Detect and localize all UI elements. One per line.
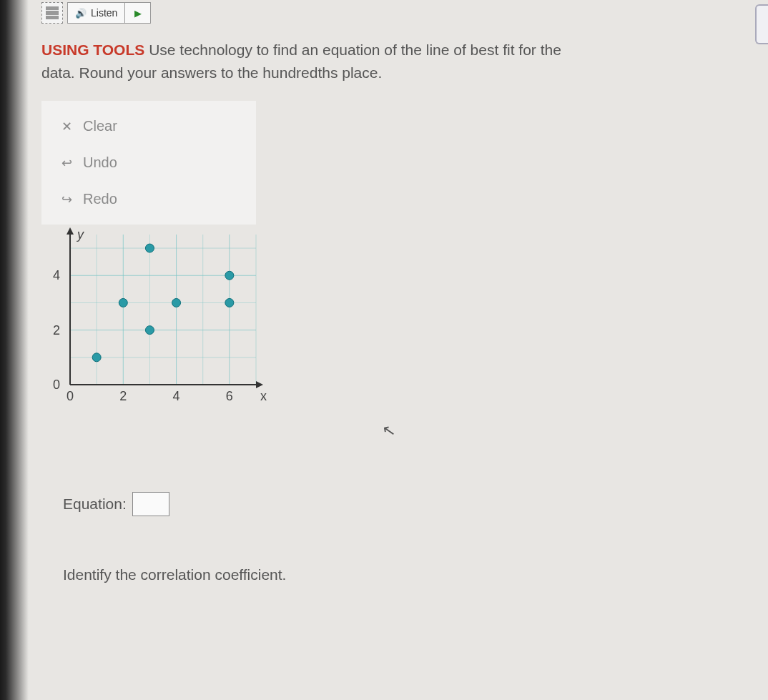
clear-icon: ✕ — [57, 119, 76, 134]
scatter-chart[interactable]: 0246024xy — [41, 227, 270, 413]
prompt-line-1: Use technology to find an equation of th… — [144, 41, 561, 58]
svg-marker-17 — [67, 227, 74, 235]
undo-icon: ↩ — [57, 155, 76, 171]
clear-button[interactable]: ✕ Clear — [53, 108, 245, 144]
svg-text:0: 0 — [53, 378, 60, 392]
svg-point-29 — [145, 326, 154, 335]
equation-row: Equation: — [63, 492, 768, 516]
svg-text:6: 6 — [226, 389, 233, 403]
redo-label: Redo — [83, 191, 117, 207]
prompt-line-2: data. Round your answers to the hundredt… — [41, 64, 382, 81]
equation-input[interactable] — [132, 492, 169, 516]
speaker-icon: 🔊 — [75, 8, 87, 19]
clear-label: Clear — [83, 118, 117, 134]
menu-icon[interactable] — [41, 2, 63, 24]
svg-point-30 — [145, 244, 154, 252]
redo-icon: ↪ — [57, 192, 76, 207]
svg-point-27 — [92, 353, 101, 362]
top-toolbar: 🔊 Listen ▶ — [41, 0, 768, 26]
listen-label: Listen — [91, 7, 117, 19]
left-shadow — [0, 0, 29, 700]
svg-text:4: 4 — [173, 389, 180, 403]
undo-label: Undo — [83, 154, 117, 171]
svg-text:2: 2 — [53, 323, 60, 337]
svg-text:x: x — [260, 389, 267, 403]
equation-label: Equation: — [63, 496, 127, 513]
svg-text:4: 4 — [53, 268, 60, 282]
svg-marker-16 — [256, 381, 263, 388]
play-icon: ▶ — [134, 8, 142, 19]
graph-button-panel: ✕ Clear ↩ Undo ↪ Redo — [41, 101, 256, 225]
undo-button[interactable]: ↩ Undo — [53, 144, 245, 181]
question-prompt: USING TOOLS Use technology to find an eq… — [41, 39, 642, 84]
graph-area: ✕ Clear ↩ Undo ↪ Redo 0246024xy — [41, 101, 270, 413]
listen-button[interactable]: 🔊 Listen — [67, 2, 125, 24]
svg-text:2: 2 — [119, 389, 127, 403]
redo-button[interactable]: ↪ Redo — [53, 181, 245, 217]
right-side-widget[interactable] — [755, 4, 768, 44]
prompt-heading: USING TOOLS — [41, 41, 144, 58]
play-button[interactable]: ▶ — [125, 2, 151, 24]
svg-point-32 — [225, 271, 234, 280]
svg-point-31 — [172, 298, 181, 307]
svg-text:y: y — [76, 227, 84, 242]
svg-text:0: 0 — [67, 389, 74, 403]
correlation-prompt: Identify the correlation coefficient. — [63, 566, 768, 583]
svg-point-33 — [225, 298, 234, 307]
svg-point-28 — [119, 298, 127, 307]
